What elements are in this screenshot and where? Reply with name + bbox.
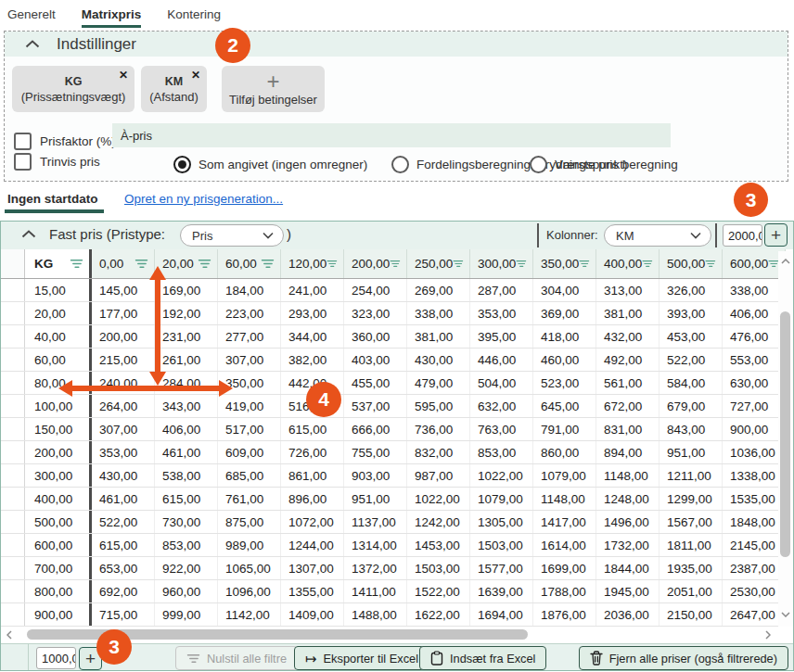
kg-column-header[interactable]: KG bbox=[25, 249, 92, 278]
row-handle[interactable] bbox=[1, 325, 25, 348]
price-cell[interactable]: 2145,00 bbox=[723, 534, 786, 556]
price-cell[interactable]: 615,00 bbox=[281, 418, 344, 440]
price-cell[interactable]: 2530,00 bbox=[723, 580, 786, 602]
vertical-scrollbar[interactable] bbox=[778, 251, 793, 627]
price-cell[interactable]: 338,00 bbox=[723, 279, 786, 301]
kg-cell[interactable]: 900,00 bbox=[25, 603, 92, 626]
price-cell[interactable]: 269,00 bbox=[407, 279, 470, 301]
price-cell[interactable]: 1142,00 bbox=[218, 603, 281, 626]
price-cell[interactable]: 177,00 bbox=[92, 302, 155, 324]
price-cell[interactable]: 1935,00 bbox=[660, 557, 723, 579]
price-cell[interactable]: 192,00 bbox=[155, 302, 218, 324]
row-handle[interactable] bbox=[1, 349, 25, 371]
column-header[interactable]: 400,00 bbox=[596, 249, 660, 278]
price-cell[interactable]: 609,00 bbox=[218, 441, 281, 463]
price-cell[interactable]: 517,00 bbox=[218, 418, 281, 440]
price-cell[interactable]: 430,00 bbox=[407, 349, 470, 371]
remove-all-prices-button[interactable]: Fjern alle priser (også filtrerede) bbox=[579, 646, 788, 670]
price-cell[interactable]: 1079,00 bbox=[470, 488, 533, 510]
price-cell[interactable]: 432,00 bbox=[596, 325, 660, 348]
price-cell[interactable]: 1577,00 bbox=[470, 557, 533, 579]
kg-cell[interactable]: 500,00 bbox=[25, 511, 92, 533]
price-cell[interactable]: 832,00 bbox=[407, 441, 470, 463]
price-cell[interactable]: 861,00 bbox=[281, 464, 344, 487]
price-cell[interactable]: 615,00 bbox=[155, 488, 218, 510]
filter-icon[interactable] bbox=[134, 259, 148, 269]
price-cell[interactable]: 763,00 bbox=[470, 418, 533, 440]
condition-chip-kg[interactable]: ✕ KG (Prissætningsvægt) bbox=[12, 66, 134, 112]
column-header[interactable]: 500,00 bbox=[660, 249, 723, 278]
price-cell[interactable]: 843,00 bbox=[660, 418, 723, 440]
add-conditions-button[interactable]: + Tilføj betingelser bbox=[222, 66, 325, 112]
row-handle[interactable] bbox=[1, 302, 25, 324]
price-cell[interactable]: 584,00 bbox=[660, 372, 723, 394]
kg-cell[interactable]: 300,00 bbox=[25, 464, 92, 487]
price-cell[interactable]: 989,00 bbox=[218, 534, 281, 556]
price-cell[interactable]: 200,00 bbox=[92, 325, 155, 348]
price-cell[interactable]: 1699,00 bbox=[533, 557, 596, 579]
price-cell[interactable]: 1848,00 bbox=[723, 511, 786, 533]
price-cell[interactable]: 241,00 bbox=[281, 279, 344, 301]
remove-icon[interactable]: ✕ bbox=[119, 69, 128, 82]
price-cell[interactable]: 446,00 bbox=[470, 349, 533, 371]
price-cell[interactable]: 406,00 bbox=[723, 302, 786, 324]
column-header[interactable]: 350,00 bbox=[533, 249, 596, 278]
remove-icon[interactable]: ✕ bbox=[191, 69, 200, 82]
price-cell[interactable]: 343,00 bbox=[155, 395, 218, 417]
scroll-down-icon[interactable] bbox=[779, 608, 792, 621]
price-cell[interactable]: 382,00 bbox=[281, 349, 344, 371]
row-handle[interactable] bbox=[1, 441, 25, 463]
price-cell[interactable]: 831,00 bbox=[596, 418, 660, 440]
filter-icon[interactable] bbox=[642, 259, 653, 269]
price-cell[interactable]: 1065,00 bbox=[218, 557, 281, 579]
price-cell[interactable]: 1535,00 bbox=[723, 488, 786, 510]
price-cell[interactable]: 1417,00 bbox=[533, 511, 596, 533]
price-cell[interactable]: 1811,00 bbox=[660, 534, 723, 556]
price-cell[interactable]: 553,00 bbox=[723, 349, 786, 371]
price-cell[interactable]: 1148,00 bbox=[596, 464, 660, 487]
row-handle[interactable] bbox=[1, 580, 25, 602]
price-cell[interactable]: 755,00 bbox=[344, 441, 407, 463]
price-cell[interactable]: 461,00 bbox=[155, 441, 218, 463]
price-cell[interactable]: 1137,00 bbox=[344, 511, 407, 533]
price-cell[interactable]: 522,00 bbox=[92, 511, 155, 533]
price-cell[interactable]: 1072,00 bbox=[281, 511, 344, 533]
price-cell[interactable]: 1639,00 bbox=[470, 580, 533, 602]
price-cell[interactable]: 1411,00 bbox=[344, 580, 407, 602]
price-cell[interactable]: 999,00 bbox=[155, 603, 218, 626]
row-handle[interactable] bbox=[1, 464, 25, 487]
price-cell[interactable]: 2036,00 bbox=[596, 603, 660, 626]
price-cell[interactable]: 264,00 bbox=[92, 395, 155, 417]
filter-icon[interactable] bbox=[198, 259, 211, 269]
price-cell[interactable]: 254,00 bbox=[344, 279, 407, 301]
price-cell[interactable]: 461,00 bbox=[92, 488, 155, 510]
price-cell[interactable]: 894,00 bbox=[596, 441, 660, 463]
price-cell[interactable]: 223,00 bbox=[218, 302, 281, 324]
price-cell[interactable]: 338,00 bbox=[407, 302, 470, 324]
settings-header[interactable]: Indstillinger bbox=[5, 32, 788, 57]
price-cell[interactable]: 860,00 bbox=[533, 441, 596, 463]
row-handle[interactable] bbox=[1, 372, 25, 394]
new-row-input[interactable]: 1000,00 bbox=[36, 647, 76, 669]
column-header[interactable]: 120,00 bbox=[281, 249, 344, 278]
price-cell[interactable]: 381,00 bbox=[596, 302, 660, 324]
create-price-generation-link[interactable]: Opret en ny prisgeneration... bbox=[124, 192, 283, 206]
price-cell[interactable]: 987,00 bbox=[407, 464, 470, 487]
row-handle[interactable] bbox=[1, 557, 25, 579]
filter-icon[interactable] bbox=[453, 259, 464, 269]
row-handle[interactable] bbox=[1, 395, 25, 417]
price-cell[interactable]: 1844,00 bbox=[596, 557, 660, 579]
price-cell[interactable]: 455,00 bbox=[344, 372, 407, 394]
a-pris-field[interactable]: À-pris bbox=[112, 123, 671, 147]
price-cell[interactable]: 791,00 bbox=[533, 418, 596, 440]
price-cell[interactable]: 323,00 bbox=[344, 302, 407, 324]
price-cell[interactable]: 184,00 bbox=[218, 279, 281, 301]
price-cell[interactable]: 2647,00 bbox=[723, 603, 786, 626]
price-cell[interactable]: 900,00 bbox=[723, 418, 786, 440]
add-column-button[interactable]: + bbox=[764, 223, 788, 247]
price-cell[interactable]: 903,00 bbox=[344, 464, 407, 487]
column-header[interactable]: 60,00 bbox=[218, 249, 281, 278]
price-cell[interactable]: 1211,00 bbox=[660, 464, 723, 487]
price-cell[interactable]: 353,00 bbox=[470, 302, 533, 324]
price-cell[interactable]: 1488,00 bbox=[344, 603, 407, 626]
